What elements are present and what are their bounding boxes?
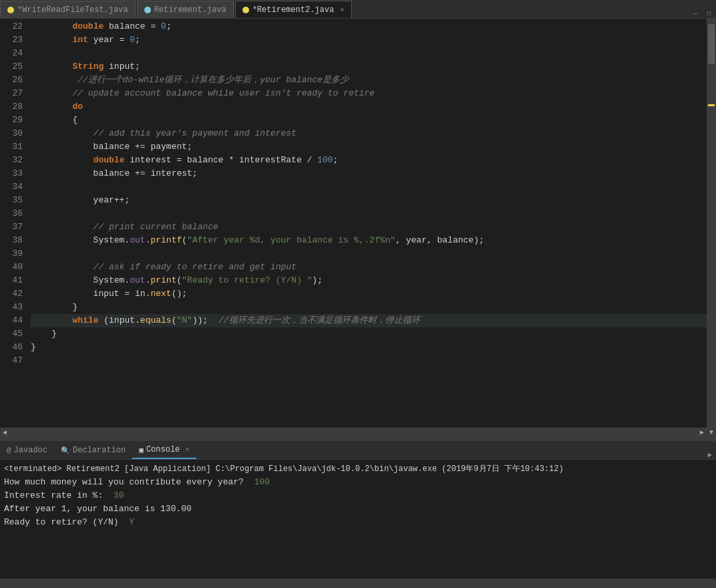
code-line-37[interactable]: // print current balance bbox=[31, 220, 707, 234]
line-number-34: 34 bbox=[0, 180, 23, 194]
editor-area: 2223242526272829303132333435363738394041… bbox=[0, 19, 716, 428]
code-line-40[interactable]: // ask if ready to retire and get input bbox=[31, 261, 707, 274]
horizontal-scrollbar[interactable]: ◀ ▶ ▼ bbox=[0, 428, 716, 437]
scrollbar-marker bbox=[708, 104, 715, 106]
console-output-1: How much money will you contribute every… bbox=[4, 476, 712, 489]
javadoc-label: Javadoc bbox=[14, 446, 47, 455]
code-line-44[interactable]: while (input.equals("N")); //循环先进行一次，当不满… bbox=[31, 314, 707, 327]
line-number-25: 25 bbox=[0, 60, 23, 74]
line-number-32: 32 bbox=[0, 154, 23, 167]
tab-writefile-icon bbox=[7, 7, 14, 13]
console-icon: ▣ bbox=[139, 446, 144, 454]
code-line-46[interactable]: } bbox=[31, 341, 707, 354]
code-line-39[interactable] bbox=[31, 247, 707, 261]
declaration-icon: 🔍 bbox=[61, 446, 70, 455]
line-number-35: 35 bbox=[0, 194, 23, 207]
code-line-42[interactable]: input = in.next(); bbox=[31, 287, 707, 301]
line-number-47: 47 bbox=[0, 354, 23, 368]
tab-writefile-label: *WriteReadFileTest.java bbox=[17, 5, 128, 15]
minimize-button[interactable]: — bbox=[691, 9, 700, 18]
code-line-45[interactable]: } bbox=[31, 327, 707, 341]
panel-scroll-controls: ▶ bbox=[707, 450, 716, 459]
code-line-38[interactable]: System.out.printf("After year %d, your b… bbox=[31, 234, 707, 247]
line-number-44: 44 bbox=[0, 314, 23, 327]
tab-retirement2-label: *Retirement2.java bbox=[252, 5, 334, 15]
console-output-2: Interest rate in %: 30 bbox=[4, 489, 712, 502]
code-line-23[interactable]: int year = 0; bbox=[31, 33, 707, 47]
line-number-38: 38 bbox=[0, 234, 23, 247]
tab-retirement2-icon bbox=[242, 7, 249, 13]
tab-retirement2[interactable]: *Retirement2.java × bbox=[235, 1, 352, 18]
code-line-43[interactable]: } bbox=[31, 301, 707, 314]
code-line-41[interactable]: System.out.print("Ready to retire? (Y/N)… bbox=[31, 274, 707, 287]
code-line-36[interactable] bbox=[31, 207, 707, 220]
console-content: <terminated> Retirement2 [Java Applicati… bbox=[0, 460, 716, 579]
code-line-31[interactable]: balance += payment; bbox=[31, 140, 707, 154]
line-number-39: 39 bbox=[0, 247, 23, 261]
line-number-33: 33 bbox=[0, 167, 23, 180]
panel-tab-javadoc[interactable]: @ Javadoc bbox=[0, 442, 54, 459]
code-line-27[interactable]: // update account balance while user isn… bbox=[31, 87, 707, 100]
panel-tab-console[interactable]: ▣ Console × bbox=[132, 442, 196, 459]
bottom-panel: @ Javadoc 🔍 Declaration ▣ Console × ▶ <t… bbox=[0, 441, 716, 588]
declaration-label: Declaration bbox=[73, 446, 126, 455]
line-number-24: 24 bbox=[0, 47, 23, 60]
line-number-40: 40 bbox=[0, 261, 23, 274]
console-output-4: Ready to retire? (Y/N) Y bbox=[4, 516, 712, 529]
tab-bar: *WriteReadFileTest.java Retirement.java … bbox=[0, 0, 716, 19]
line-number-43: 43 bbox=[0, 301, 23, 314]
code-lines[interactable]: double balance = 0; int year = 0; String… bbox=[28, 19, 707, 428]
scroll-left-arrow[interactable]: ◀ bbox=[0, 428, 9, 437]
panel-tab-bar: @ Javadoc 🔍 Declaration ▣ Console × ▶ bbox=[0, 441, 716, 460]
console-label: Console bbox=[146, 445, 180, 454]
line-number-45: 45 bbox=[0, 327, 23, 341]
line-number-27: 27 bbox=[0, 87, 23, 100]
code-container[interactable]: 2223242526272829303132333435363738394041… bbox=[0, 19, 707, 428]
line-number-31: 31 bbox=[0, 140, 23, 154]
console-output-3: After year 1, your balance is 130.00 bbox=[4, 502, 712, 516]
line-number-41: 41 bbox=[0, 274, 23, 287]
tab-retirement2-close[interactable]: × bbox=[340, 6, 345, 14]
code-line-24[interactable] bbox=[31, 47, 707, 60]
line-number-22: 22 bbox=[0, 20, 23, 33]
line-number-37: 37 bbox=[0, 220, 23, 234]
code-line-26[interactable]: //进行一个do-while循环，计算在多少年后，your balance是多少 bbox=[31, 74, 707, 87]
code-line-47[interactable] bbox=[31, 354, 707, 368]
line-number-42: 42 bbox=[0, 287, 23, 301]
console-terminated-line: <terminated> Retirement2 [Java Applicati… bbox=[4, 462, 712, 476]
console-close[interactable]: × bbox=[185, 446, 190, 454]
line-number-28: 28 bbox=[0, 100, 23, 114]
code-line-33[interactable]: balance += interest; bbox=[31, 167, 707, 180]
line-number-23: 23 bbox=[0, 33, 23, 47]
tab-retirement-icon bbox=[144, 7, 151, 13]
code-line-22[interactable]: double balance = 0; bbox=[31, 20, 707, 33]
line-number-29: 29 bbox=[0, 114, 23, 127]
code-line-29[interactable]: { bbox=[31, 114, 707, 127]
scroll-down-arrow[interactable]: ▼ bbox=[707, 428, 716, 437]
code-line-30[interactable]: // add this year's payment and interest bbox=[31, 127, 707, 140]
code-line-35[interactable]: year++; bbox=[31, 194, 707, 207]
line-number-36: 36 bbox=[0, 207, 23, 220]
line-number-26: 26 bbox=[0, 74, 23, 87]
window-controls: — ❐ bbox=[691, 9, 716, 18]
tab-retirement[interactable]: Retirement.java bbox=[137, 1, 234, 18]
panel-scroll-right-btn[interactable]: ▶ bbox=[707, 450, 712, 459]
line-number-46: 46 bbox=[0, 341, 23, 354]
scrollbar-x-track[interactable] bbox=[9, 430, 697, 435]
javadoc-icon: @ bbox=[7, 446, 11, 454]
code-line-32[interactable]: double interest = balance * interestRate… bbox=[31, 154, 707, 167]
vertical-scrollbar[interactable] bbox=[707, 19, 716, 428]
bottom-scrollbar[interactable] bbox=[0, 579, 716, 588]
line-numbers: 2223242526272829303132333435363738394041… bbox=[0, 19, 28, 428]
tab-writefile[interactable]: *WriteReadFileTest.java bbox=[0, 1, 136, 18]
restore-button[interactable]: ❐ bbox=[704, 9, 713, 18]
code-line-28[interactable]: do bbox=[31, 100, 707, 114]
scroll-right-arrow[interactable]: ▶ bbox=[697, 428, 707, 437]
tab-retirement-label: Retirement.java bbox=[154, 5, 226, 15]
code-line-25[interactable]: String input; bbox=[31, 60, 707, 74]
scrollbar-thumb[interactable] bbox=[708, 24, 715, 64]
code-line-34[interactable] bbox=[31, 180, 707, 194]
line-number-30: 30 bbox=[0, 127, 23, 140]
panel-tab-declaration[interactable]: 🔍 Declaration bbox=[54, 442, 132, 459]
